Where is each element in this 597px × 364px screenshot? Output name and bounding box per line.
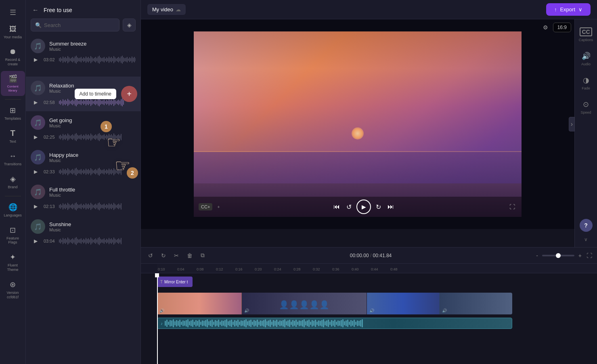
ruler-marks: 0:10 0:04 0:08 0:12 0:16 0:20 0:24 0:28 …	[157, 264, 409, 273]
search-icon: 🔍	[35, 22, 42, 28]
fullscreen-button[interactable]: ⛶	[508, 202, 517, 212]
captions-button[interactable]: CC+	[199, 203, 212, 210]
list-item-sunshine[interactable]: 🎵 Sunshine Music ▶ 03:04	[26, 215, 140, 250]
skip-back-button[interactable]: ⏮	[332, 202, 341, 212]
sidebar-item-speed[interactable]: ⊙ Speed	[576, 97, 597, 118]
media-icon: 🖼	[9, 25, 17, 33]
collapse-panel-button[interactable]: ›	[569, 117, 575, 131]
zoom-in-button[interactable]: +	[577, 252, 583, 260]
play-button[interactable]: ▶	[31, 55, 40, 64]
sidebar-item-brand[interactable]: ◈ Brand	[1, 171, 25, 193]
play-button[interactable]: ▶	[31, 98, 40, 107]
duration-display: 02:13	[44, 204, 56, 209]
duplicate-button[interactable]: ⧉	[198, 250, 207, 260]
ruler-mark: 0:48	[390, 267, 409, 271]
sidebar-item-templates[interactable]: ⊞ Templates	[1, 103, 25, 124]
export-button[interactable]: ↑ Export ∨	[546, 3, 591, 16]
play-button[interactable]: ▶	[31, 167, 40, 177]
sidebar-item-languages[interactable]: 🌐 Languages	[1, 200, 25, 221]
premium-filter-button[interactable]: ◈	[123, 19, 136, 31]
redo-button[interactable]: ↻	[159, 251, 168, 260]
forward-button[interactable]: ↻	[374, 202, 383, 212]
tab-my-video[interactable]: My video ☁	[147, 4, 186, 15]
sidebar-item-text[interactable]: T Text	[1, 125, 25, 147]
waveform-display	[59, 167, 136, 177]
sidebar-item-label: Version ccfd61f	[2, 291, 23, 300]
list-item-full-throttle[interactable]: 🎵 Full throttle Music ▶ 02:13	[26, 181, 140, 215]
ruler-offset	[141, 264, 157, 273]
text-clip[interactable]: T Mirror Enter t	[157, 277, 193, 287]
ruler-mark: 0:16	[235, 267, 254, 271]
ruler-mark: 0:36	[331, 267, 351, 271]
track-genre: Music	[49, 227, 136, 232]
sidebar-item-your-media[interactable]: 🖼 Your media	[1, 22, 25, 43]
add-to-timeline-button[interactable]: Add to timeline	[75, 89, 116, 99]
search-input[interactable]	[44, 22, 115, 28]
tracks-container: T Mirror Enter t 🔊 🔊	[141, 273, 597, 331]
sidebar-item-label: Transitions	[4, 162, 22, 166]
list-item-happy-place[interactable]: 🎵 Happy place Music ▶ 02:33	[26, 146, 140, 181]
sidebar-item-fluent-theme[interactable]: ✦ Fluent Theme	[1, 250, 25, 275]
ruler-mark: 0:12	[215, 267, 235, 271]
video-preview: ⚙ 16:9 › CC+ + ⏮ ↺ ▶	[141, 19, 574, 229]
track-name: Summer breeze	[49, 41, 86, 47]
aspect-ratio-button[interactable]: 16:9	[553, 23, 571, 32]
sidebar-item-audio[interactable]: 🔊 Audio	[576, 48, 597, 69]
play-pause-button[interactable]: ▶	[356, 200, 371, 214]
playhead-marker	[155, 273, 159, 277]
sidebar-item-label: Languages	[4, 213, 22, 218]
templates-icon: ⊞	[10, 106, 16, 115]
play-button[interactable]: ▶	[31, 132, 40, 142]
hamburger-menu[interactable]: ☰	[0, 3, 25, 20]
cut-button[interactable]: ✂	[172, 251, 181, 260]
play-button[interactable]: ▶	[31, 202, 40, 211]
track-name: Relaxation	[49, 83, 136, 89]
sidebar-item-record-create[interactable]: ⏺ Record & create	[1, 44, 25, 70]
plus-icon: +	[127, 89, 132, 99]
ruler-mark: 0:28	[293, 267, 312, 271]
collapse-button[interactable]: ∨	[584, 237, 588, 242]
zoom-slider[interactable]	[542, 255, 574, 256]
volume-icon: 🔊	[369, 308, 374, 313]
duration-display: 02:33	[44, 169, 56, 174]
list-item-get-going[interactable]: 🎵 Get going Music ▶ 02:25	[26, 111, 140, 146]
video-segment-1: 🔊	[157, 293, 242, 314]
sidebar-item-version[interactable]: ⊛ Version ccfd61f	[1, 277, 25, 303]
track-genre: Music	[49, 158, 136, 163]
video-segment-3: 🔊	[367, 293, 440, 314]
undo-button[interactable]: ↺	[146, 251, 155, 260]
sidebar-item-label: Content library	[2, 85, 23, 92]
add-circle-button[interactable]: +	[121, 86, 137, 102]
delete-button[interactable]: 🗑	[184, 251, 195, 260]
skip-forward-button[interactable]: ⏭	[386, 202, 396, 212]
play-button[interactable]: ▶	[31, 236, 40, 246]
music-note-icon: 🎵	[31, 185, 45, 199]
sidebar-item-label: Record & create	[2, 58, 23, 67]
help-button[interactable]: ?	[580, 219, 593, 232]
audio-track[interactable]: ♪	[157, 318, 512, 329]
sidebar-item-content-library[interactable]: 🎬 Content library	[1, 71, 25, 96]
music-note-icon: 🎵	[31, 115, 45, 130]
list-item-relaxation[interactable]: 🎵 Relaxation Music ▶ 02:58 Add to timeli…	[26, 77, 140, 111]
panel-back-button[interactable]: ←	[31, 5, 40, 15]
settings-button[interactable]: ⚙	[541, 23, 550, 32]
top-bar: My video ☁ ↑ Export ∨	[141, 0, 597, 19]
sidebar-item-transitions[interactable]: ↔ Transitions	[1, 149, 25, 170]
duration-display: 03:04	[44, 239, 56, 243]
diamond-icon: ◈	[127, 22, 132, 28]
music-controls: ▶ 03:04	[31, 236, 136, 246]
music-item-top: 🎵 Full throttle Music	[31, 185, 136, 199]
zoom-out-button[interactable]: -	[534, 252, 540, 260]
sidebar-item-captions[interactable]: CC Captions	[576, 24, 597, 45]
panel-header: ← Free to use	[26, 0, 140, 19]
timeline-toolbar: ↺ ↻ ✂ 🗑 ⧉ 00:00.00 / 00:41.84 - + ⛶	[141, 248, 597, 264]
duration-display: 03:02	[44, 57, 56, 62]
sidebar-item-feature-flags[interactable]: ⊡ Feature Flags	[1, 223, 25, 248]
video-track[interactable]: 🔊 🔊 👤👤👤👤👤 🔊	[157, 293, 512, 314]
sidebar-item-fade[interactable]: ◑ Fade	[576, 73, 597, 94]
expand-timeline-button[interactable]: ⛶	[587, 252, 592, 259]
rewind-button[interactable]: ↺	[345, 202, 353, 212]
waveform-display	[59, 236, 136, 246]
fade-icon: ◑	[583, 76, 589, 85]
tracks-area: T Mirror Enter t 🔊 🔊	[141, 273, 597, 364]
